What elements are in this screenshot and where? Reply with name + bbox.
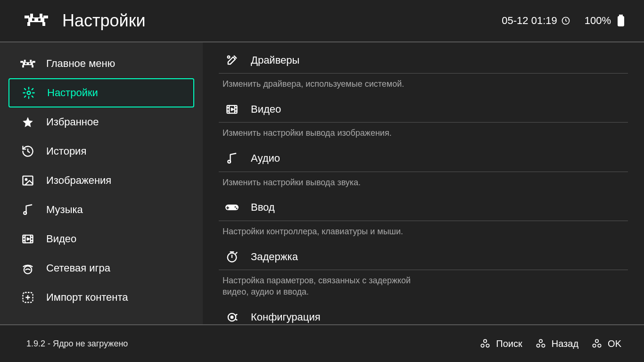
svg-rect-34: [226, 207, 229, 208]
svg-rect-0: [28, 17, 44, 22]
settings-item-desc-4: Настройка параметров, связанных с задерж…: [219, 270, 417, 304]
svg-point-36: [236, 208, 238, 209]
svg-rect-4: [40, 14, 42, 17]
svg-rect-23: [23, 176, 33, 185]
svg-rect-12: [619, 17, 623, 25]
svg-point-24: [25, 179, 27, 181]
content-area: Главное менюНастройкиИзбранноеИсторияИзо…: [0, 42, 644, 324]
svg-rect-14: [20, 61, 23, 63]
sidebar-item-label: Избранное: [46, 116, 99, 128]
sidebar-item-label: Музыка: [46, 204, 83, 216]
sidebar-item-label: Видео: [46, 233, 76, 245]
svg-point-31: [228, 160, 231, 163]
sidebar-item-4[interactable]: Изображения: [8, 166, 194, 195]
settings-item-0[interactable]: Драйверы: [219, 47, 628, 74]
svg-point-29: [228, 56, 230, 58]
hint-icon: [535, 337, 547, 350]
svg-point-25: [24, 212, 26, 214]
svg-rect-18: [22, 65, 24, 67]
sidebar-item-3[interactable]: История: [8, 137, 194, 166]
settings-item-5[interactable]: Конфигурация: [219, 304, 628, 324]
svg-rect-3: [30, 14, 33, 17]
sidebar-item-label: Изображения: [46, 174, 111, 187]
image-icon: [20, 174, 36, 187]
svg-point-39: [231, 316, 233, 319]
svg-rect-16: [24, 60, 26, 62]
svg-rect-17: [30, 60, 32, 62]
latency-icon: [224, 250, 239, 263]
svg-rect-2: [43, 16, 48, 18]
svg-point-45: [542, 344, 545, 347]
svg-rect-20: [25, 63, 26, 64]
music-icon: [20, 203, 36, 216]
tools-icon: [224, 54, 239, 67]
hint-label: OK: [608, 338, 621, 349]
hint-label: Назад: [552, 338, 578, 349]
config-icon: [224, 311, 239, 324]
audio-icon: [224, 152, 239, 165]
video-icon: [224, 103, 239, 116]
header-status: 05-12 01:19 100%: [502, 15, 625, 27]
hint-icon: [591, 337, 603, 350]
svg-rect-11: [619, 15, 622, 16]
svg-rect-15: [32, 61, 35, 63]
sidebar-item-label: История: [46, 145, 86, 157]
settings-item-2[interactable]: Аудио: [219, 146, 628, 172]
sidebar-item-7[interactable]: Сетевая игра: [8, 254, 194, 283]
settings-item-desc-1: Изменить настройки вывода изображения.: [219, 123, 417, 145]
sidebar-item-6[interactable]: Видео: [8, 224, 194, 254]
svg-rect-1: [25, 16, 29, 18]
svg-point-47: [593, 344, 596, 347]
sidebar-item-label: Настройки: [47, 87, 98, 99]
svg-point-43: [539, 339, 543, 343]
netplay-icon: [20, 262, 36, 275]
settings-item-desc-0: Изменить драйвера, используемые системой…: [219, 74, 417, 96]
datetime-text: 05-12 01:19: [502, 15, 557, 27]
sidebar-item-0[interactable]: Главное меню: [8, 49, 194, 78]
battery-text: 100%: [585, 15, 611, 27]
sidebar: Главное менюНастройкиИзбранноеИсторияИзо…: [0, 42, 203, 324]
settings-item-1[interactable]: Видео: [219, 96, 628, 123]
svg-rect-13: [23, 62, 33, 65]
footer-status: 1.9.2 - Ядро не загружено: [26, 339, 479, 349]
sidebar-item-2[interactable]: Избранное: [8, 107, 194, 137]
settings-item-desc-2: Изменить настройки вывода звука.: [219, 172, 417, 195]
footer-hint-1[interactable]: Назад: [535, 337, 578, 350]
sidebar-item-5[interactable]: Музыка: [8, 195, 194, 224]
hint-icon: [479, 337, 491, 350]
retroarch-icon: [20, 58, 36, 69]
svg-point-44: [537, 344, 540, 347]
settings-item-3[interactable]: Ввод: [219, 195, 628, 221]
sidebar-item-8[interactable]: Импорт контента: [8, 283, 194, 312]
retroarch-icon: [24, 12, 49, 30]
svg-point-41: [481, 344, 485, 347]
svg-rect-7: [32, 18, 34, 21]
header: Настройки 05-12 01:19 100%: [0, 0, 644, 42]
settings-item-label: Аудио: [251, 152, 280, 165]
footer-hints: ПоискНазадOK: [479, 337, 621, 350]
svg-rect-5: [27, 22, 30, 26]
sidebar-item-1[interactable]: Настройки: [8, 78, 194, 107]
clock-icon: [561, 16, 570, 25]
settings-item-label: Задержка: [251, 251, 298, 263]
settings-panel: ДрайверыИзменить драйвера, используемые …: [203, 42, 644, 324]
star-icon: [20, 116, 36, 128]
svg-point-22: [27, 91, 31, 95]
gamepad-icon: [224, 203, 239, 212]
svg-point-35: [235, 206, 236, 208]
settings-item-label: Конфигурация: [251, 311, 321, 323]
svg-rect-19: [32, 65, 33, 67]
svg-point-40: [484, 339, 487, 343]
hint-label: Поиск: [496, 338, 522, 349]
video-icon: [20, 232, 36, 246]
footer-hint-0[interactable]: Поиск: [479, 337, 522, 350]
svg-rect-8: [38, 18, 41, 21]
page-title: Настройки: [62, 11, 502, 31]
sidebar-item-label: Сетевая игра: [46, 262, 110, 274]
svg-rect-21: [29, 63, 31, 64]
settings-item-desc-3: Настройки контроллера, клавиатуры и мыши…: [219, 221, 417, 244]
sidebar-item-label: Импорт контента: [46, 291, 128, 304]
footer-hint-2[interactable]: OK: [591, 337, 621, 350]
svg-rect-6: [42, 22, 45, 26]
settings-item-4[interactable]: Задержка: [219, 244, 628, 270]
